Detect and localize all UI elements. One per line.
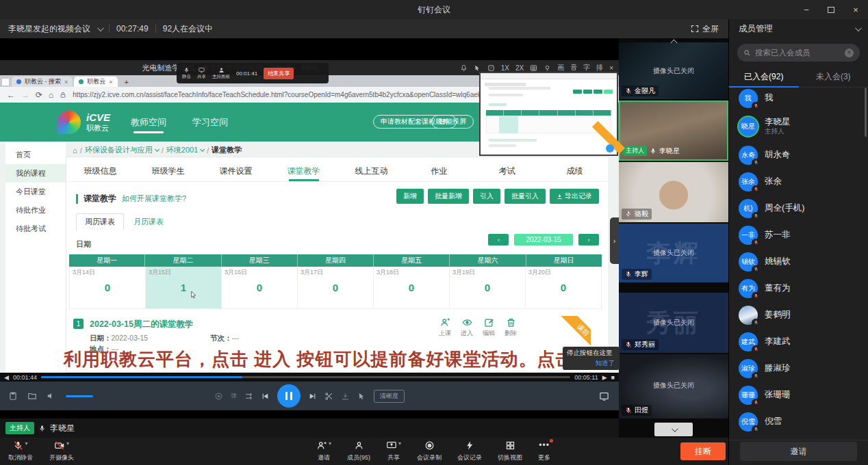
participant-tile[interactable]: 李辉 摄像头已关闭 李辉: [619, 224, 728, 282]
sidebar-item-pending-homework[interactable]: 待批作业: [5, 201, 66, 220]
volume-slider[interactable]: [66, 395, 93, 397]
member-list-scrollbar[interactable]: [865, 88, 867, 137]
member-row[interactable]: 倪雪 倪雪: [729, 408, 868, 435]
tab-not-joined[interactable]: 未入会(3): [799, 67, 868, 87]
shuffle-icon[interactable]: [244, 392, 253, 401]
switch-view-button[interactable]: 切换视图: [498, 440, 522, 462]
edit-square-icon[interactable]: [487, 64, 495, 72]
member-row[interactable]: 姜鹤明: [729, 302, 868, 328]
download-icon[interactable]: [341, 392, 350, 401]
tab-classroom-teaching[interactable]: 课堂教学: [270, 161, 337, 181]
scissors-icon[interactable]: [324, 392, 333, 401]
collapse-panel-icon[interactable]: [855, 25, 862, 31]
export-records-button[interactable]: 导出记录: [550, 189, 599, 204]
member-row[interactable]: 我 我: [729, 85, 868, 111]
edit-session-button[interactable]: 编辑: [483, 317, 495, 338]
tab-grades[interactable]: 成绩: [541, 161, 609, 181]
start-class-button[interactable]: 上课: [439, 317, 451, 338]
fullscreen-player-icon[interactable]: [599, 391, 609, 401]
tab-close-icon[interactable]: ×: [109, 79, 112, 85]
chevron-down-icon[interactable]: [200, 146, 205, 151]
participant-tile[interactable]: 摄像头已关闭 金曌凡: [619, 42, 728, 99]
camera-on-button[interactable]: ▾ 开摄像头: [49, 440, 74, 462]
pointer-icon[interactable]: [474, 64, 481, 72]
tab-courseware[interactable]: 课件设置: [202, 161, 270, 181]
sidebar-item-home[interactable]: 首页: [5, 146, 66, 164]
member-row[interactable]: 一非 苏一非: [729, 222, 868, 248]
smart-cast-button[interactable]: 智能投屏: [431, 115, 474, 129]
session-title[interactable]: 2022-03-15周二的课堂教学: [90, 319, 193, 330]
more-button[interactable]: ••• 更多: [538, 440, 550, 462]
back-icon[interactable]: ←: [7, 91, 15, 99]
breadcrumb-course[interactable]: 环保设备设计与应用: [85, 145, 153, 155]
record-button[interactable]: 会议录制: [417, 440, 442, 462]
participant-tile[interactable]: 秀丽 摄像头已关闭 郑秀丽: [619, 293, 728, 353]
tab-homework[interactable]: 作业: [405, 161, 473, 181]
minimize-button[interactable]: −: [794, 0, 819, 19]
prev-week-button[interactable]: ›: [488, 234, 509, 245]
quality-button[interactable]: 清晰度: [374, 390, 405, 403]
members-button[interactable]: 成员(95): [347, 440, 370, 462]
participant-tile-speaking[interactable]: 主持人 李晓星: [619, 101, 728, 161]
breadcrumb-class[interactable]: 环境2001: [166, 145, 198, 155]
day-cell[interactable]: 3月19日0: [450, 267, 526, 308]
icve-logo[interactable]: iCVE 职教云: [58, 111, 110, 134]
member-row[interactable]: 机) 周全(手机): [729, 195, 868, 222]
member-row[interactable]: 珊珊 张珊珊: [729, 382, 868, 408]
reload-icon[interactable]: ⟳: [36, 91, 42, 99]
home-icon[interactable]: ⌂: [73, 146, 77, 155]
member-row[interactable]: 淑珍 滕淑珍: [729, 355, 868, 382]
subtitle-button[interactable]: 字: [583, 63, 590, 72]
add-button[interactable]: 新增: [396, 189, 424, 204]
chevron-down-icon[interactable]: [155, 146, 159, 151]
caret-icon[interactable]: ▾: [329, 440, 331, 447]
hangup-button[interactable]: 挂断: [680, 442, 726, 460]
participant-tile[interactable]: 摄像头已关闭 田煜: [619, 354, 728, 418]
import-button[interactable]: 引入: [473, 189, 500, 204]
chevron-down-icon[interactable]: [97, 25, 104, 31]
day-cell[interactable]: 3月18日0: [374, 267, 450, 308]
day-cell-selected[interactable]: 3月15日1: [146, 267, 222, 308]
panel-collapse-handle[interactable]: ›: [610, 217, 619, 264]
sidebar-item-today-class[interactable]: 今日课堂: [5, 183, 66, 201]
bulb-icon[interactable]: [544, 64, 551, 72]
sidebar-item-pending-exams[interactable]: 待批考试: [5, 220, 66, 238]
member-row[interactable]: 有为 董有为: [729, 275, 868, 302]
list-button[interactable]: 排: [596, 63, 603, 72]
tooltip-ok-link[interactable]: 知道了: [596, 359, 615, 368]
meeting-title[interactable]: 李晓星发起的视频会议: [8, 23, 90, 35]
day-cell[interactable]: 3月14日0: [70, 267, 146, 308]
member-row-host[interactable]: 晓星 李晓星 主持人: [729, 111, 868, 142]
day-cell[interactable]: 3月17日0: [298, 267, 374, 308]
meeting-notes-button[interactable]: 会议记录: [457, 440, 482, 462]
scroll-down-button[interactable]: [654, 423, 693, 436]
member-row[interactable]: 张余 张余: [729, 168, 868, 195]
forward-icon[interactable]: →: [21, 91, 29, 99]
picture-button[interactable]: 画: [557, 63, 564, 72]
browser-tab-2[interactable]: 职教云 ×: [74, 77, 117, 87]
nav-learning-space[interactable]: 学习空间: [192, 116, 228, 129]
player-close-icon[interactable]: ×: [609, 64, 613, 72]
stop-icon[interactable]: ■: [611, 374, 615, 381]
disc-icon[interactable]: [214, 392, 223, 401]
member-search-input[interactable]: [755, 49, 841, 57]
tab-online-interaction[interactable]: 线上互动: [337, 161, 405, 181]
previous-icon[interactable]: [261, 392, 270, 401]
maximize-button[interactable]: [819, 0, 843, 19]
fullscreen-button[interactable]: 全屏: [691, 19, 719, 38]
tab-joined[interactable]: 已入会(92): [729, 67, 799, 87]
member-row[interactable]: 永奇 胡永奇: [729, 142, 868, 168]
month-schedule-tab[interactable]: 月历课表: [133, 217, 164, 230]
delete-session-button[interactable]: 删除: [505, 317, 517, 338]
share-screen-button[interactable]: ▾ 共享: [386, 440, 401, 462]
rewind-icon[interactable]: ◀: [4, 374, 9, 381]
member-list[interactable]: 我 我 晓星 李晓星 主持人 永奇 胡永奇 张余: [729, 85, 868, 435]
batch-add-button[interactable]: 批量新增: [428, 189, 469, 204]
bell-icon[interactable]: [460, 64, 468, 72]
close-button[interactable]: ×: [843, 0, 868, 19]
speed-1x-button[interactable]: 1X: [501, 64, 509, 72]
next-week-button[interactable]: ›: [578, 234, 599, 245]
tab-exam[interactable]: 考试: [473, 161, 541, 181]
playlist-icon[interactable]: [530, 64, 537, 72]
next-icon[interactable]: [308, 392, 317, 401]
